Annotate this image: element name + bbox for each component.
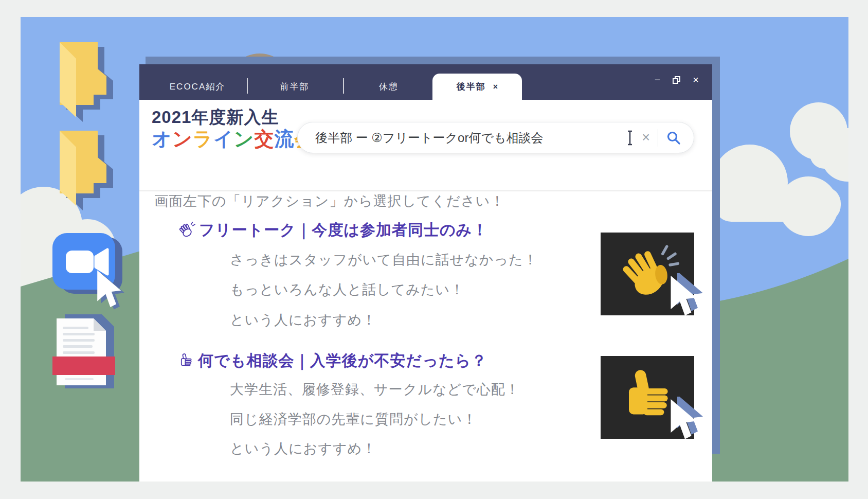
minimize-button[interactable]: − (655, 75, 661, 85)
video-call-app-icon[interactable] (47, 228, 132, 313)
tab-break[interactable]: 休憩 (379, 81, 399, 93)
browser-window: ECOCA紹介 前半部 休憩 後半部 × − × 2021年度新入生 オンライン… (139, 64, 712, 482)
reaction-tile-thumbs-up[interactable] (601, 356, 694, 439)
folder-icon[interactable] (44, 128, 116, 215)
tab-ecoca[interactable]: ECOCA紹介 (170, 81, 225, 93)
red-band (52, 357, 115, 375)
section-consult-title: 何でも相談会｜入学後が不安だったら？ (177, 350, 487, 371)
active-tab-label: 後半部 (457, 81, 486, 93)
screenshot-stage: ECOCA紹介 前半部 休憩 後半部 × − × 2021年度新入生 オンライン… (0, 0, 868, 499)
clear-search-icon[interactable]: × (642, 131, 650, 145)
event-logo: 2021年度新入生 オンライン交流会 (152, 108, 314, 151)
thumbs-up-icon (177, 352, 195, 370)
logo-line1: 2021年度新入生 (152, 108, 314, 128)
section-line: もっといろんな人と話してみたい！ (230, 280, 464, 299)
document-icon[interactable] (51, 311, 126, 391)
tab-second-half-active[interactable]: 後半部 × (432, 74, 522, 100)
section-line: さっきはスタッフがいて自由に話せなかった！ (230, 251, 538, 269)
tab-close-icon[interactable]: × (493, 82, 498, 92)
cursor-icon (664, 397, 706, 448)
tab-separator (247, 78, 248, 94)
section-free-talk-title: フリートーク｜今度は参加者同士のみ！ (177, 220, 488, 241)
instruction-text: 画面左下の「リアクション」から選択してください！ (154, 192, 505, 210)
window-titlebar: ECOCA紹介 前半部 休憩 後半部 × − × (139, 64, 712, 100)
reaction-tile-clap[interactable] (601, 233, 694, 315)
close-button[interactable]: × (693, 75, 699, 85)
text-cursor-icon (626, 130, 634, 146)
window-controls: − × (655, 75, 699, 85)
tab-first-half[interactable]: 前半部 (280, 81, 310, 93)
section-line: 同じ経済学部の先輩に質問がしたい！ (230, 410, 477, 429)
clapping-hands-icon (177, 221, 196, 240)
search-input[interactable]: 後半部 ー ②フリートークor何でも相談会 (315, 130, 618, 146)
search-divider (658, 129, 658, 147)
section-line: という人におすすめ！ (230, 311, 376, 329)
tab-separator (343, 78, 344, 94)
section-line: 大学生活、履修登録、サークルなどで心配！ (230, 380, 520, 399)
search-icon[interactable] (666, 130, 681, 146)
section-line: という人におすすめ！ (230, 439, 376, 458)
search-bar[interactable]: 後半部 ー ②フリートークor何でも相談会 × (297, 122, 694, 153)
restore-button[interactable] (673, 76, 680, 84)
logo-line2: オンライン交流会 (152, 128, 314, 151)
header-divider (139, 190, 712, 191)
folder-icon[interactable] (44, 39, 116, 127)
cursor-icon (664, 273, 706, 325)
